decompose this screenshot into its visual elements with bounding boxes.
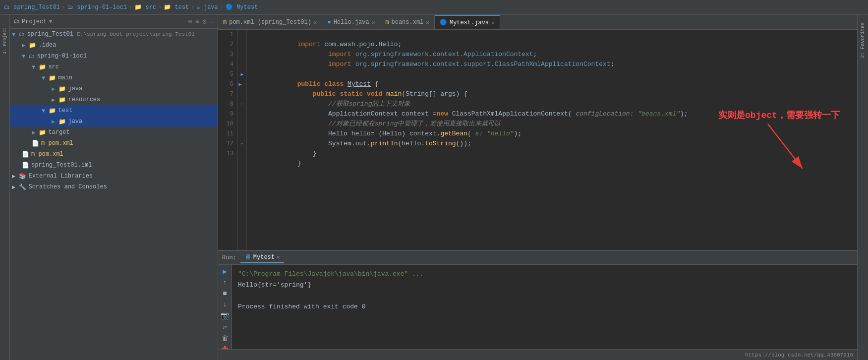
line-num-8: 8 — [218, 99, 233, 109]
tree-item-spring-test01[interactable]: ▼ 🗂 spring_Test01 E:\spring_boot_project… — [10, 29, 218, 40]
run-tab-icon: 🖥 — [244, 253, 251, 261]
tree-item-java-main[interactable]: ▶ 📁 java — [10, 83, 218, 94]
close-run-button[interactable]: 🗑 — [221, 334, 229, 343]
fold-button-6[interactable]: ⌐ — [243, 82, 246, 87]
project-panel-header: 🗂 Project ▼ ⊕ ≡ ⚙ — — [10, 15, 218, 29]
libs-icon: ▶ 📚 — [12, 173, 26, 180]
folder-icon: ▼ 📁 — [42, 74, 56, 82]
code-content[interactable]: import com.wash.pojo.Hello; import org.s… — [247, 30, 857, 250]
code-line-5: public class Mytest { — [251, 69, 857, 79]
run-tab-close[interactable]: ✕ — [277, 254, 280, 260]
code-editor: 1 2 3 4 5 6 7 8 9 10 11 12 13 — [218, 30, 857, 250]
tab-beans-close[interactable]: ✕ — [426, 19, 429, 26]
tree-label: java — [68, 85, 82, 92]
run-output-finished: Process finished with exit code 0 — [238, 301, 851, 312]
globe-icon[interactable]: ⊕ — [188, 17, 192, 26]
gutter-10 — [238, 119, 246, 129]
tab-hello[interactable]: ● Hello.java ✕ — [322, 15, 380, 29]
tree-item-src[interactable]: ▼ 📁 src — [10, 61, 218, 72]
breadcrumb-item-1[interactable]: 🗂 spring_Test01 — [4, 3, 60, 11]
tree-item-idea[interactable]: ▶ 📁 .idea — [10, 40, 218, 51]
run-button-6[interactable]: ▶ — [238, 81, 241, 87]
breadcrumb-item-5[interactable]: ☕ java — [197, 3, 218, 11]
line-num-1: 1 — [218, 30, 233, 40]
tab-mytest-close[interactable]: ✕ — [491, 19, 495, 26]
iml-icon: 📄 — [22, 162, 29, 169]
project-panel: 🗂 Project ▼ ⊕ ≡ ⚙ — ▼ 🗂 spring_Test01 E:… — [10, 15, 218, 360]
line-num-5: 5 — [218, 69, 233, 79]
xml-tab-icon-2: m — [385, 19, 389, 26]
tab-mytest[interactable]: 🔵 Mytest.java ✕ — [435, 15, 500, 29]
tab-mytest-label: Mytest.java — [450, 19, 489, 26]
annotation-text: 实则是object，需要强转一下 — [718, 109, 840, 121]
run-output-command: "C:\Program Files\Javajdk\java\bin\java.… — [238, 269, 851, 280]
title-bar: 🗂 spring_Test01 › 🗂 spring-01-ioc1 › 📁 s… — [0, 0, 868, 15]
run-up-button[interactable]: ↑ — [222, 278, 227, 287]
run-button-5[interactable]: ▶ — [238, 69, 246, 79]
tab-hello-close[interactable]: ✕ — [372, 19, 375, 26]
tab-pom[interactable]: m pom.xml (spring_Test01) ✕ — [218, 15, 322, 29]
scratches-icon: ▶ 🔧 — [12, 183, 26, 191]
gutter-3 — [238, 50, 246, 60]
run-label: Run: — [222, 254, 236, 261]
breadcrumb-item-4[interactable]: 📁 test — [164, 3, 189, 11]
run-down-button[interactable]: ↓ — [222, 300, 227, 309]
export-button[interactable]: 📤 — [220, 345, 230, 349]
editor-area: m pom.xml (spring_Test01) ✕ ● Hello.java… — [218, 15, 857, 360]
tree-item-main[interactable]: ▼ 📁 main — [10, 72, 218, 83]
tree-item-target[interactable]: ▶ 📁 target — [10, 127, 218, 138]
wrap-button[interactable]: ⇌ — [222, 322, 227, 332]
tab-bar: m pom.xml (spring_Test01) ✕ ● Hello.java… — [218, 15, 857, 30]
collapse-icon[interactable]: ≡ — [195, 18, 199, 26]
line-num-2: 2 — [218, 40, 233, 50]
gutter-12: ⌐ — [238, 139, 246, 149]
tree-label: Scratches and Consoles — [28, 183, 107, 190]
fold-marker-12[interactable]: ⌐ — [240, 141, 243, 147]
screenshot-button[interactable]: 📷 — [220, 311, 230, 320]
breadcrumb-item-6[interactable]: 🔵 Mytest — [226, 3, 258, 11]
gutter-13 — [238, 149, 246, 159]
tree-item-test[interactable]: ▼ 📁 test — [10, 105, 218, 116]
favorites-label: 2: Favorites — [860, 22, 866, 58]
settings-icon[interactable]: ⚙ — [202, 17, 206, 26]
tab-beans-label: beans.xml — [392, 19, 424, 26]
run-output: "C:\Program Files\Javajdk\java\bin\java.… — [232, 265, 857, 349]
tree-label: m pom.xml — [31, 151, 63, 158]
tree-item-spring-01-ioc1[interactable]: ▼ 🗂 spring-01-ioc1 — [10, 51, 218, 61]
folder-icon: ▶ 📁 — [32, 129, 46, 136]
tree-item-resources[interactable]: ▶ 📁 resources — [10, 94, 218, 105]
tab-pom-close[interactable]: ✕ — [314, 19, 317, 26]
fold-marker-8[interactable]: ⌐ — [240, 102, 243, 107]
annotation-overlay: 实则是object，需要强转一下 — [728, 119, 827, 185]
run-content-area: ▶ ↑ ■ ↓ 📷 ⇌ 🗑 📤 "C:\Program Files\Javajd… — [218, 265, 857, 349]
tree-item-scratches[interactable]: ▶ 🔧 Scratches and Consoles — [10, 181, 218, 192]
tree-item-iml[interactable]: 📄 spring_Test01.iml — [10, 160, 218, 171]
project-panel-label: Project — [22, 18, 47, 25]
tree-item-external-libs[interactable]: ▶ 📚 External Libraries — [10, 171, 218, 181]
annotation-arrow-svg — [728, 119, 827, 183]
run-play-button[interactable]: ▶ — [222, 267, 227, 276]
run-panel: Run: 🖥 Mytest ✕ ▶ ↑ ■ ↓ 📷 ⇌ — [218, 250, 857, 349]
breadcrumb-item-3[interactable]: 📁 src — [134, 3, 156, 11]
tab-beans[interactable]: m beans.xml ✕ — [380, 15, 435, 29]
module-icon: ▼ 🗂 — [12, 31, 25, 38]
folder-icon: 🗂 — [14, 18, 20, 25]
folder-icon: ▼ 📁 — [42, 107, 56, 115]
gutter-9 — [238, 109, 246, 119]
line-num-12: 12 — [218, 139, 233, 149]
project-panel-title: 🗂 Project ▼ — [14, 18, 53, 25]
line-num-7: 7 — [218, 89, 233, 99]
tree-item-pom-spring[interactable]: 📄 m pom.xml — [10, 138, 218, 149]
line-num-4: 4 — [218, 60, 233, 69]
breadcrumb-item-2[interactable]: 🗂 spring-01-ioc1 — [67, 3, 127, 11]
run-tab-label: Mytest — [253, 254, 275, 261]
chevron-down-icon[interactable]: ▼ — [49, 18, 52, 25]
tree-item-pom-root[interactable]: 📄 m pom.xml — [10, 149, 218, 160]
tree-item-java-test[interactable]: ▶ 📁 java — [10, 116, 218, 127]
sidebar-strip-label: 1: Project — [2, 27, 7, 54]
run-tab-mytest[interactable]: 🖥 Mytest ✕ — [240, 252, 284, 263]
minimize-icon[interactable]: — — [210, 18, 214, 26]
run-stop-button[interactable]: ■ — [222, 289, 227, 298]
project-tree: ▼ 🗂 spring_Test01 E:\spring_boot_project… — [10, 29, 218, 360]
tree-label: resources — [68, 96, 100, 103]
